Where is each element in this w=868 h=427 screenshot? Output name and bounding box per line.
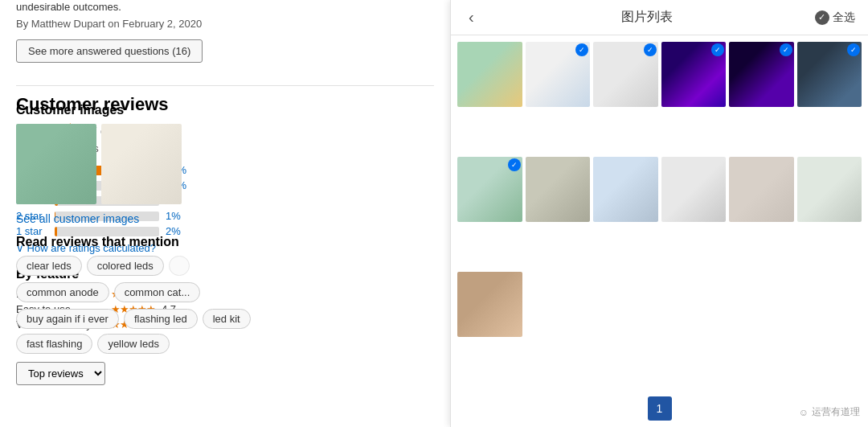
thumb-wrap-4[interactable]: ✓ xyxy=(661,42,727,154)
image-thumb-1 xyxy=(457,42,522,107)
thumb-wrap-5[interactable]: ✓ xyxy=(729,42,794,154)
thumb-wrap-9[interactable] xyxy=(593,157,658,269)
see-more-questions-button[interactable]: See more answered questions (16) xyxy=(16,39,203,63)
thumb-wrap-3[interactable]: ✓ xyxy=(593,42,658,154)
image-thumb-9 xyxy=(593,157,658,222)
thumb-check-5: ✓ xyxy=(780,43,792,56)
thumb-wrap-12[interactable] xyxy=(797,157,862,269)
tags-row-1: clear leds colored leds xyxy=(16,256,273,276)
watermark-text: 运营有道理 xyxy=(812,405,860,419)
tag-colored-leds[interactable]: colored leds xyxy=(87,256,164,276)
customer-image-thumb-1[interactable] xyxy=(16,124,96,204)
thumb-check-4: ✓ xyxy=(711,43,724,56)
customer-images-title: Customer images xyxy=(16,103,273,117)
tag-buy-again[interactable]: buy again if i ever xyxy=(16,309,119,329)
tag-common-anode[interactable]: common anode xyxy=(16,282,109,302)
tag-clear-leds[interactable]: clear leds xyxy=(16,256,82,276)
cust-images-row[interactable] xyxy=(16,124,273,204)
tag-yellow-leds[interactable]: yellow leds xyxy=(97,334,170,354)
thumb-wrap-8[interactable] xyxy=(526,157,591,269)
thumb-wrap-10[interactable] xyxy=(661,157,727,269)
top-reviews-select[interactable]: Top reviews xyxy=(16,362,105,385)
image-thumb-13 xyxy=(457,272,522,337)
read-reviews-title: Read reviews that mention xyxy=(16,235,273,249)
thumb-check-6: ✓ xyxy=(847,43,860,56)
qa-author: By Matthew Dupart on February 2, 2020 xyxy=(16,18,434,30)
select-all-button[interactable]: ✓ 全选 xyxy=(815,10,855,25)
check-circle-icon: ✓ xyxy=(815,10,829,25)
thumb-wrap-1[interactable] xyxy=(457,42,522,154)
overlay-title: 图片列表 xyxy=(621,9,673,26)
image-grid: ✓ ✓ ✓ ✓ ✓ ✓ xyxy=(451,35,868,390)
thumb-wrap-2[interactable]: ✓ xyxy=(526,42,591,154)
thumb-check-7: ✓ xyxy=(508,158,521,171)
watermark-icon: ☺ xyxy=(799,407,809,418)
image-thumb-10 xyxy=(661,157,727,222)
page-button-1[interactable]: 1 xyxy=(648,396,672,421)
customer-images-section: Customer images See all customer images … xyxy=(0,103,289,385)
image-thumb-12 xyxy=(797,157,862,222)
image-thumb-11 xyxy=(729,157,794,222)
overlay-header: ‹ 图片列表 ✓ 全选 xyxy=(451,0,868,35)
thumb-check-2: ✓ xyxy=(575,43,588,56)
thumb-wrap-11[interactable] xyxy=(729,157,794,269)
image-list-overlay: ‹ 图片列表 ✓ 全选 ✓ ✓ ✓ ✓ ✓ xyxy=(450,0,868,427)
select-all-label: 全选 xyxy=(833,10,855,25)
tags-row-3: buy again if i ever flashing led led kit… xyxy=(16,309,273,354)
divider xyxy=(16,85,434,86)
watermark: ☺ 运营有道理 xyxy=(799,405,860,419)
thumb-check-3: ✓ xyxy=(644,43,657,56)
qa-text: undesirable outcomes. xyxy=(16,0,434,14)
top-reviews-row: Top reviews xyxy=(16,362,273,385)
thumb-wrap-6[interactable]: ✓ xyxy=(797,42,862,154)
tag-fast-flashing[interactable]: fast flashing xyxy=(16,334,92,354)
tag-common-cat[interactable]: common cat... xyxy=(114,282,201,302)
tag-led-kit[interactable]: led kit xyxy=(203,309,251,329)
thumb-wrap-7[interactable]: ✓ xyxy=(457,157,522,269)
thumb-wrap-13[interactable] xyxy=(457,272,522,384)
tags-row-2: common anode common cat... xyxy=(16,282,273,302)
tag-flashing-led[interactable]: flashing led xyxy=(124,309,198,329)
back-button[interactable]: ‹ xyxy=(464,8,479,27)
tag-ellipsis-1[interactable] xyxy=(169,256,190,276)
customer-image-thumb-2[interactable] xyxy=(101,124,182,204)
see-all-images-link[interactable]: See all customer images xyxy=(16,212,273,225)
image-thumb-8 xyxy=(526,157,591,222)
